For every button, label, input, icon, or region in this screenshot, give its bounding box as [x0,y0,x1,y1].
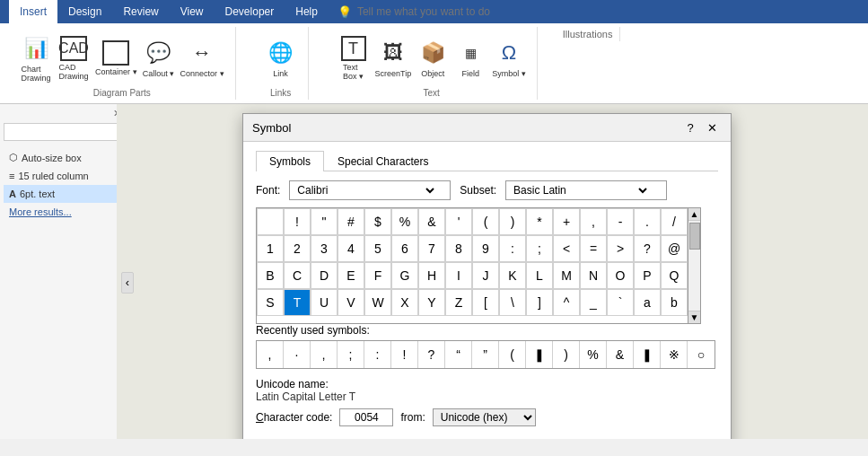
symbol-cell[interactable]: ? [634,235,661,262]
symbol-cell[interactable]: a [634,289,661,316]
textbox-button[interactable]: T TextBox ▾ [338,36,370,81]
symbol-cell[interactable]: 7 [418,235,445,262]
symbol-cell[interactable]: [ [472,289,499,316]
symbol-cell[interactable]: \ [499,289,526,316]
scrollbar-down-button[interactable]: ▼ [688,311,700,323]
container-button[interactable]: Container ▾ [95,40,137,76]
panel-item-autosize[interactable]: ⬡ Auto-size box [4,148,121,167]
chart-button[interactable]: 📊 ChartDrawing [20,34,52,83]
recent-symbol-cell[interactable]: · [284,341,311,368]
tab-design[interactable]: Design [57,0,112,23]
subset-select[interactable]: Basic Latin [506,183,650,197]
symbol-cell[interactable]: # [338,208,364,235]
symbol-cell[interactable]: & [418,208,445,235]
font-dropdown[interactable]: Calibri [289,180,451,200]
recent-symbol-cell[interactable]: ! [391,341,418,368]
symbol-cell[interactable]: 4 [338,235,364,262]
symbol-cell[interactable]: Y [418,289,445,316]
symbol-cell[interactable]: K [499,262,526,289]
symbol-cell[interactable]: - [607,208,634,235]
recent-symbol-cell[interactable]: ※ [661,341,688,368]
symbol-cell[interactable]: 9 [472,235,499,262]
symbol-cell[interactable]: 1 [257,235,284,262]
symbol-cell[interactable]: < [553,235,580,262]
symbol-cell[interactable]: Z [445,289,472,316]
panel-search-input[interactable] [4,123,121,141]
symbol-cell[interactable] [257,208,284,235]
link-button[interactable]: 🌐 Link [265,39,297,78]
symbol-cell[interactable]: , [580,208,607,235]
panel-more-results[interactable]: More results... [4,203,121,221]
symbol-cell[interactable]: E [338,262,364,289]
symbol-cell[interactable]: Q [661,262,688,289]
symbol-cell[interactable]: G [391,262,418,289]
recent-symbol-cell[interactable]: ” [472,341,499,368]
charcode-input[interactable] [339,408,393,426]
tab-insert[interactable]: Insert [9,0,57,23]
symbol-cell[interactable]: U [311,289,338,316]
symbol-cell[interactable]: H [418,262,445,289]
symbol-cell[interactable]: % [391,208,418,235]
recent-symbol-cell[interactable]: ) [553,341,580,368]
scrollbar-up-button[interactable]: ▲ [688,208,700,221]
tab-view[interactable]: View [170,0,215,23]
from-dropdown[interactable]: Unicode (hex) ASCII (decimal) ASCII (hex… [433,408,536,426]
symbol-cell[interactable]: N [580,262,607,289]
screentip-button[interactable]: 🖼 ScreenTip [375,39,412,78]
symbol-cell[interactable]: 6 [391,235,418,262]
symbol-cell[interactable]: O [607,262,634,289]
panel-collapse-button[interactable]: ‹ [121,272,134,294]
symbol-cell[interactable]: D [311,262,338,289]
symbol-cell[interactable]: 3 [311,235,338,262]
symbol-cell[interactable]: ; [526,235,553,262]
object-button[interactable]: 📦 Object [416,39,449,78]
recent-symbol-cell[interactable]: ❚ [526,341,553,368]
recent-symbol-cell[interactable]: ‚ [311,341,338,368]
symbol-cell[interactable]: / [661,208,688,235]
tab-review[interactable]: Review [112,0,169,23]
tab-special-characters[interactable]: Special Characters [324,151,442,171]
recent-symbol-cell[interactable]: ❚ [634,341,661,368]
symbol-cell[interactable]: B [257,262,284,289]
symbol-cell[interactable]: ` [607,289,634,316]
symbol-cell[interactable]: " [311,208,338,235]
symbol-cell[interactable]: 8 [445,235,472,262]
symbol-cell[interactable]: . [634,208,661,235]
font-select[interactable]: Calibri [294,183,437,197]
symbol-cell[interactable]: C [284,262,311,289]
symbol-cell[interactable]: 2 [284,235,311,262]
scrollbar-thumb[interactable] [689,223,700,250]
symbol-cell[interactable]: X [391,289,418,316]
panel-item-ruled[interactable]: ≡ 15 ruled column [4,167,121,185]
callout-button[interactable]: 💬 Callout ▾ [143,39,175,78]
dialog-help-button[interactable]: ? [680,119,700,136]
dialog-close-button[interactable]: ✕ [702,119,722,136]
symbol-cell[interactable]: T [284,289,311,316]
symbol-cell[interactable]: V [338,289,364,316]
cad-drawing-button[interactable]: CAD CADDrawing [57,36,90,81]
symbol-cell[interactable]: $ [364,208,391,235]
symbol-cell[interactable]: ^ [553,289,580,316]
recent-symbol-cell[interactable]: , [257,341,284,368]
symbol-scrollbar[interactable]: ▲ ▼ [688,207,701,324]
symbol-cell[interactable]: @ [661,235,688,262]
tab-help[interactable]: Help [285,0,329,23]
symbol-cell[interactable]: F [364,262,391,289]
symbol-cell[interactable]: ( [472,208,499,235]
subset-dropdown[interactable]: Basic Latin [505,180,667,200]
symbol-cell[interactable]: W [364,289,391,316]
recent-symbol-cell[interactable]: ○ [688,341,715,368]
symbol-cell[interactable]: ] [526,289,553,316]
ribbon-search-input[interactable] [357,5,537,18]
symbol-cell[interactable]: _ [580,289,607,316]
connector-button[interactable]: ↔ Connector ▾ [180,39,224,78]
recent-symbol-cell[interactable]: ? [418,341,445,368]
symbol-cell[interactable]: * [526,208,553,235]
symbol-cell[interactable]: J [472,262,499,289]
symbol-cell[interactable]: P [634,262,661,289]
field-button[interactable]: ▦ Field [454,39,487,78]
recent-symbol-cell[interactable]: : [364,341,391,368]
recent-symbol-cell[interactable]: ; [338,341,364,368]
recent-symbol-cell[interactable]: ( [499,341,526,368]
symbol-cell[interactable]: 5 [364,235,391,262]
